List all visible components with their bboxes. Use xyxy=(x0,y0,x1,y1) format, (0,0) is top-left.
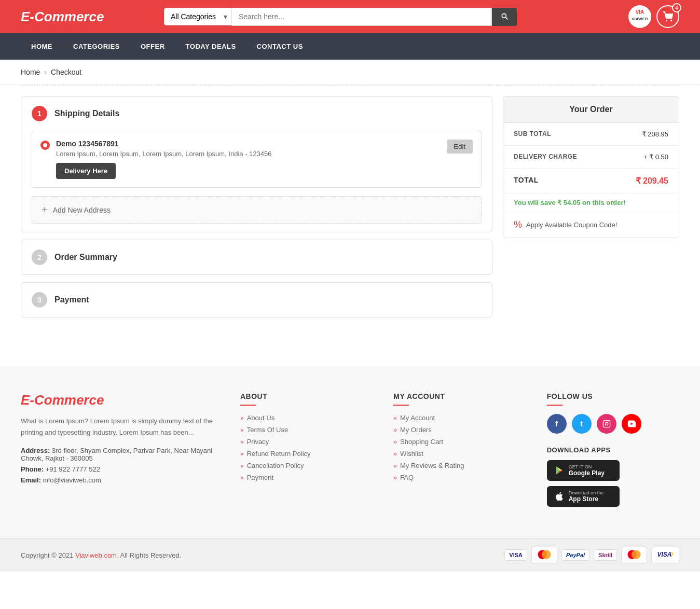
breadcrumb-current: Checkout xyxy=(51,68,81,76)
nav-offer[interactable]: OFFER xyxy=(130,33,175,60)
edit-address-button[interactable]: Edit xyxy=(447,140,473,154)
shopping-cart-link[interactable]: Shopping Cart xyxy=(393,438,526,446)
copyright-prefix: Copyright © 2021 xyxy=(21,551,75,559)
google-play-button[interactable]: GET IT ON Google Play xyxy=(547,460,620,481)
svg-point-4 xyxy=(671,20,672,21)
header: E-Commerce All Categories VIA VIAWEB xyxy=(0,0,700,33)
svg-point-6 xyxy=(605,422,608,425)
footer-about-col: ABOUT About Us Terms Of Use Privacy Refu… xyxy=(240,392,373,507)
search-bar: All Categories xyxy=(164,8,517,26)
subtotal-row: SUB TOTAL ₹ 208.95 xyxy=(503,123,679,146)
address-radio[interactable] xyxy=(40,141,50,150)
order-panel-wrapper: Your Order SUB TOTAL ₹ 208.95 DELIVERY C… xyxy=(503,96,679,325)
youtube-icon[interactable] xyxy=(622,414,641,434)
about-title: ABOUT xyxy=(240,392,373,406)
app-buttons: GET IT ON Google Play Download on the Ap… xyxy=(547,460,679,507)
footer-top: E-Commerce What is Lorem Ipsum? Lorem Ip… xyxy=(21,392,679,507)
list-item: Cancellation Policy xyxy=(240,462,373,469)
nav-contact[interactable]: CONTACT US xyxy=(246,33,313,60)
plus-icon: + xyxy=(42,204,48,216)
svg-point-0 xyxy=(629,6,650,26)
coupon-row[interactable]: % Apply Available Coupon Code! xyxy=(503,212,679,238)
breadcrumb-home[interactable]: Home xyxy=(21,68,40,76)
footer-address: Address: 3rd floor, Shyam Complex, Pariv… xyxy=(21,447,219,462)
footer-phone: Phone: +91 922 7777 522 xyxy=(21,465,219,473)
myaccount-title: MY ACCOUNT xyxy=(393,392,526,406)
footer-contact: Address: 3rd floor, Shyam Complex, Pariv… xyxy=(21,447,219,484)
add-address-button[interactable]: + Add New Address xyxy=(32,196,482,224)
step3-header: 3 Payment xyxy=(21,283,492,317)
step-payment: 3 Payment xyxy=(21,282,492,317)
deliver-here-button[interactable]: Delivery Here xyxy=(56,163,116,179)
cancellation-link[interactable]: Cancellation Policy xyxy=(240,462,373,469)
wishlist-link[interactable]: Wishlist xyxy=(393,450,526,458)
google-play-sub: GET IT ON xyxy=(569,464,605,469)
reviews-link[interactable]: My Reviews & Rating xyxy=(393,462,526,469)
address-text: Lorem Ipsum, Lorem Ipsum, Lorem Ipsum, L… xyxy=(56,150,441,158)
app-store-sub: Download on the xyxy=(569,490,604,495)
list-item: Refund Return Policy xyxy=(240,450,373,458)
instagram-icon[interactable] xyxy=(597,414,616,434)
footer-account-col: MY ACCOUNT My Account My Orders Shopping… xyxy=(393,392,526,507)
list-item: My Reviews & Rating xyxy=(393,462,526,469)
copyright-link[interactable]: Viaviweb.com. xyxy=(75,551,119,559)
nav-categories[interactable]: CATEGORIES xyxy=(63,33,130,60)
step-shipping: 1 Shipping Details Demo 1234567891 Lorem… xyxy=(21,96,492,232)
app-store-main: App Store xyxy=(569,495,604,503)
list-item: Payment xyxy=(240,474,373,481)
main-nav: HOME CATEGORIES OFFER TODAY DEALS CONTAC… xyxy=(0,33,700,60)
logo: E-Commerce xyxy=(21,9,104,25)
step3-number: 3 xyxy=(32,292,47,308)
faq-link[interactable]: FAQ xyxy=(393,474,526,481)
mastercard-icon xyxy=(531,547,557,563)
visa2-icon: VISA xyxy=(651,547,679,563)
my-orders-link[interactable]: My Orders xyxy=(393,426,526,434)
breadcrumb-sep: › xyxy=(44,68,47,76)
footer-description: What is Lorem Ipsum? Lorem Ipsum is simp… xyxy=(21,416,219,438)
about-us-link[interactable]: About Us xyxy=(240,414,373,422)
privacy-link[interactable]: Privacy xyxy=(240,438,373,446)
svg-point-15 xyxy=(632,550,641,559)
footer-content: E-Commerce What is Lorem Ipsum? Lorem Ip… xyxy=(0,366,700,538)
refund-link[interactable]: Refund Return Policy xyxy=(240,450,373,458)
footer-brand-col: E-Commerce What is Lorem Ipsum? Lorem Ip… xyxy=(21,392,219,507)
google-play-text: GET IT ON Google Play xyxy=(569,464,605,477)
step1-title: Shipping Details xyxy=(54,109,119,118)
address-label: Address: xyxy=(21,447,50,454)
follow-title: FOLLOW US xyxy=(547,392,679,406)
svg-text:VISA: VISA xyxy=(657,551,671,558)
paypal-icon: PayPal xyxy=(561,549,589,561)
social-icons: f t xyxy=(547,414,679,434)
total-label: TOTAL xyxy=(514,176,539,186)
phone-value: +91 922 7777 522 xyxy=(46,465,100,473)
payment-icons: VISA PayPal Skrill VISA xyxy=(504,547,679,563)
my-account-link[interactable]: My Account xyxy=(393,414,526,422)
payment-link[interactable]: Payment xyxy=(240,474,373,481)
step1-header: 1 Shipping Details xyxy=(21,96,492,131)
breadcrumb: Home › Checkout xyxy=(0,60,700,85)
facebook-icon[interactable]: f xyxy=(547,414,567,434)
step2-number: 2 xyxy=(32,250,47,265)
delivery-label: DELIVERY CHARGE xyxy=(514,153,577,161)
category-select[interactable]: All Categories xyxy=(164,8,231,25)
coupon-icon: % xyxy=(514,219,522,230)
list-item: Terms Of Use xyxy=(240,426,373,434)
nav-today-deals[interactable]: TODAY DEALS xyxy=(175,33,246,60)
search-input[interactable] xyxy=(231,8,492,26)
terms-link[interactable]: Terms Of Use xyxy=(240,426,373,434)
footer: E-Commerce What is Lorem Ipsum? Lorem Ip… xyxy=(0,366,700,572)
twitter-icon[interactable]: t xyxy=(572,414,592,434)
main-content: 1 Shipping Details Demo 1234567891 Lorem… xyxy=(0,86,700,345)
list-item: Shopping Cart xyxy=(393,438,526,446)
copyright-suffix: All Rights Reserved. xyxy=(119,551,182,559)
app-store-button[interactable]: Download on the App Store xyxy=(547,486,620,507)
mastercard2-icon xyxy=(621,547,647,563)
search-button[interactable] xyxy=(492,8,517,26)
svg-point-7 xyxy=(608,422,609,422)
delivery-row: DELIVERY CHARGE + ₹ 0.50 xyxy=(503,146,679,169)
coupon-label: Apply Available Coupon Code! xyxy=(526,221,617,229)
address-name: Demo 1234567891 xyxy=(56,140,441,148)
nav-home[interactable]: HOME xyxy=(21,33,63,60)
footer-brand-name: E-Commerce xyxy=(21,392,219,408)
checkout-steps: 1 Shipping Details Demo 1234567891 Lorem… xyxy=(21,96,492,325)
